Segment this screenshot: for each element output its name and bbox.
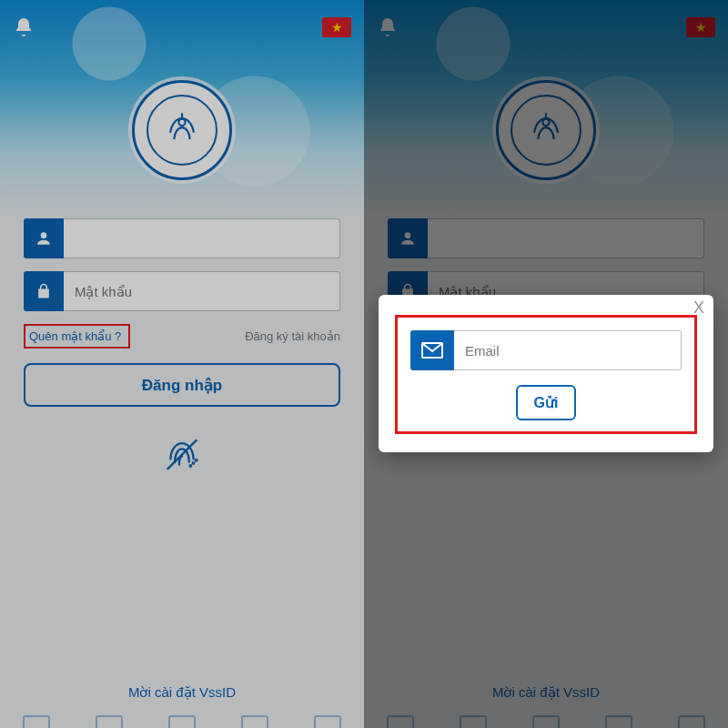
forgot-password-modal: X Gửi <box>379 295 713 452</box>
send-button[interactable]: Gửi <box>516 385 577 420</box>
highlight-modal: Gửi <box>395 315 697 434</box>
phone-left: ★ <box>0 0 364 728</box>
mail-icon <box>410 330 454 370</box>
phone-right: ★ <box>364 0 728 728</box>
email-input[interactable] <box>454 330 682 370</box>
dim-overlay <box>0 0 364 728</box>
email-field[interactable] <box>410 330 682 370</box>
close-icon[interactable]: X <box>693 298 704 318</box>
